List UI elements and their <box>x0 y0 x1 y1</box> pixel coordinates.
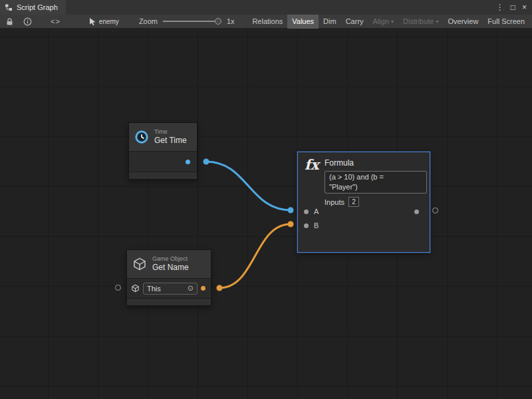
info-icon[interactable] <box>23 17 32 26</box>
node-formula[interactable]: fx Formula (a > 10) and (b = "Player") I… <box>297 152 430 253</box>
close-icon[interactable]: × <box>522 3 527 11</box>
zoom-value: 1x <box>227 17 235 25</box>
window-controls: ⋮ □ × <box>496 0 532 15</box>
values-button[interactable]: Values <box>287 15 319 29</box>
get-name-output-port[interactable] <box>201 286 205 291</box>
window-title: Script Graph <box>17 3 58 11</box>
distribute-button-label: Distribute <box>403 17 434 25</box>
get-time-output-port[interactable] <box>186 160 190 164</box>
node-title: Formula <box>325 158 354 168</box>
object-picker-icon[interactable]: ⊙ <box>188 284 194 293</box>
formula-input-a-label: A <box>314 207 319 215</box>
expression-line-2: "Player") <box>329 182 422 192</box>
script-graph-window: Script Graph ⋮ □ × <> e <box>0 0 532 399</box>
formula-input-b-port[interactable] <box>304 223 309 228</box>
code-icon[interactable]: <> <box>51 17 61 25</box>
get-time-header[interactable]: Time Get Time <box>129 123 197 152</box>
cube-icon <box>132 257 147 271</box>
graph-toolbar: <> enemy Zoom 1x Relations Values Dim Ca… <box>0 15 532 29</box>
align-button-label: Align <box>373 17 389 25</box>
target-object-value: This <box>147 285 161 293</box>
node-title: Get Time <box>154 136 187 145</box>
kebab-menu-icon[interactable]: ⋮ <box>496 3 504 11</box>
formula-result-open-port[interactable] <box>432 207 438 213</box>
full-screen-button[interactable]: Full Screen <box>483 15 529 29</box>
expression-line-1: (a > 10) and (b = <box>329 172 422 182</box>
chevron-down-icon: ▾ <box>391 19 394 25</box>
target-object-field[interactable]: This ⊙ <box>143 283 198 295</box>
zoom-label: Zoom <box>139 17 158 25</box>
formula-input-a-port[interactable] <box>304 209 309 214</box>
zoom-slider[interactable] <box>163 18 220 25</box>
chevron-down-icon: ▾ <box>436 19 439 25</box>
get-name-labels: Game Object Get Name <box>152 255 189 272</box>
wire-gettime-to-formula-a[interactable] <box>206 162 291 210</box>
distribute-button[interactable]: Distribute▾ <box>398 15 443 29</box>
wire-getname-to-formula-b[interactable] <box>219 224 291 288</box>
graph-canvas[interactable]: Time Get Time Game Object Get Name <box>0 29 532 399</box>
get-time-labels: Time Get Time <box>154 128 187 145</box>
wire-endpoint-orange[interactable] <box>217 285 223 291</box>
tab-script-graph[interactable]: Script Graph <box>0 0 66 15</box>
inputs-label: Inputs <box>325 198 344 206</box>
align-button[interactable]: Align▾ <box>368 15 398 29</box>
maximize-icon[interactable]: □ <box>511 3 515 11</box>
pointer-icon <box>88 17 96 26</box>
graph-icon <box>5 3 13 11</box>
cube-icon <box>131 284 140 293</box>
node-category: Game Object <box>152 255 189 263</box>
titlebar: Script Graph ⋮ □ × <box>0 0 532 15</box>
get-time-footer <box>129 172 197 179</box>
zoom-slider-handle[interactable] <box>215 18 221 25</box>
dim-button[interactable]: Dim <box>319 15 341 29</box>
formula-expression-input[interactable]: (a > 10) and (b = "Player") <box>325 171 427 194</box>
zoom-slider-track <box>163 21 220 22</box>
graph-name: enemy <box>99 18 119 25</box>
formula-output-port[interactable] <box>414 209 419 214</box>
get-time-port-row <box>129 152 197 172</box>
formula-inputs-row: Inputs 2 <box>325 197 359 207</box>
clock-icon <box>134 130 149 144</box>
fx-icon: fx <box>305 156 319 173</box>
get-name-target-row: This ⊙ <box>127 279 211 298</box>
inputs-count-field[interactable]: 2 <box>348 197 359 207</box>
get-name-header[interactable]: Game Object Get Name <box>127 250 211 279</box>
get-name-target-open-port[interactable] <box>115 285 121 291</box>
overview-button[interactable]: Overview <box>444 15 483 29</box>
wire-endpoint-blue[interactable] <box>203 159 209 165</box>
node-title: Get Name <box>152 263 189 272</box>
node-get-name[interactable]: Game Object Get Name This ⊙ <box>126 249 211 306</box>
formula-row-a: A <box>304 206 424 217</box>
relations-button[interactable]: Relations <box>247 15 287 29</box>
formula-row-b: B <box>304 220 424 231</box>
lock-icon[interactable] <box>5 17 14 26</box>
formula-input-b-label: B <box>314 221 319 229</box>
get-name-footer <box>127 298 211 305</box>
wire-endpoint-blue[interactable] <box>288 207 294 213</box>
connections-layer <box>0 29 532 399</box>
node-category: Time <box>154 128 187 136</box>
carry-button[interactable]: Carry <box>341 15 368 29</box>
wire-endpoint-orange[interactable] <box>288 221 294 227</box>
node-get-time[interactable]: Time Get Time <box>128 122 198 180</box>
